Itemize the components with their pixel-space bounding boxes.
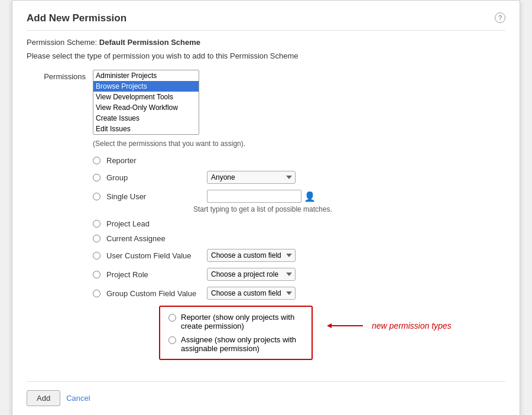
project-lead-radio-row: Project Lead [93,219,505,228]
group-custom-field-radio[interactable] [93,290,100,297]
project-role-radio[interactable] [93,271,100,278]
add-permission-dialog: Add New Permission ? Permission Scheme: … [12,0,520,415]
user-custom-field-radio[interactable] [93,252,100,260]
permissions-select[interactable]: Administer Projects Browse Projects View… [93,70,199,135]
add-button[interactable]: Add [27,390,60,406]
dialog-header: Add New Permission ? [27,12,505,31]
reporter-show-radio[interactable] [168,314,176,322]
permissions-row: Permissions Administer Projects Browse P… [27,70,505,135]
group-label: Group [106,173,201,182]
annotation-text: new permission types [372,321,452,330]
group-radio[interactable] [93,174,100,181]
reporter-show-label: Reporter (show only projects with create… [181,313,303,330]
cancel-button[interactable]: Cancel [66,394,90,403]
project-role-row: Project Role Choose a project role [93,268,505,281]
help-icon[interactable]: ? [495,12,505,23]
permission-option-edit[interactable]: Edit Issues [93,124,199,134]
permission-option-create[interactable]: Create Issues [93,113,199,124]
new-permissions-box: Reporter (show only projects with create… [159,306,313,360]
group-radio-row: Group Anyone Administrators Developers U… [93,171,505,184]
permissions-label: Permissions [27,70,86,81]
permission-option-browse[interactable]: Browse Projects [93,81,199,92]
select-hint: (Select the permissions that you want to… [93,140,505,148]
current-assignee-label: Current Assignee [106,234,166,243]
annotation-arrow-icon [325,320,366,332]
svg-marker-1 [327,323,332,328]
reporter-label: Reporter [106,156,137,165]
reporter-radio[interactable] [93,157,100,164]
single-user-radio[interactable] [93,193,100,200]
permission-option-readonly[interactable]: View Read-Only Workflow [93,102,199,113]
scheme-line: Permission Scheme: Default Permission Sc… [27,38,505,47]
group-dropdown[interactable]: Anyone Administrators Developers Users [207,171,296,184]
group-custom-field-dropdown[interactable]: Choose a custom field [207,287,296,300]
current-assignee-radio-row: Current Assignee [93,234,505,243]
assignee-show-label: Assignee (show only projects with assign… [181,335,303,353]
annotation-area: new permission types [325,320,452,332]
project-lead-label: Project Lead [106,219,150,228]
project-role-dropdown[interactable]: Choose a project role [207,268,296,281]
permission-option-schedule[interactable]: Schedule Issues [93,134,199,135]
scheme-name: Default Permission Scheme [99,38,200,47]
user-custom-field-label: User Custom Field Value [106,251,201,260]
permission-option-administer[interactable]: Administer Projects [93,70,199,81]
user-custom-field-row: User Custom Field Value Choose a custom … [93,249,505,262]
assignee-show-radio[interactable] [168,336,176,344]
instruction: Please select the type of permission you… [27,51,505,60]
group-custom-field-row: Group Custom Field Value Choose a custom… [93,287,505,300]
assignee-show-row: Assignee (show only projects with assign… [168,335,303,353]
reporter-show-row: Reporter (show only projects with create… [168,313,303,330]
footer-buttons: Add Cancel [27,381,505,406]
new-permissions-section: Reporter (show only projects with create… [93,306,505,367]
reporter-radio-row: Reporter [93,156,505,165]
permission-option-devtools[interactable]: View Development Tools [93,92,199,102]
single-user-label: Single User [106,192,201,201]
user-select-icon[interactable]: 👤 [304,191,316,202]
single-user-hint: Start typing to get a list of possible m… [193,205,332,213]
single-user-input[interactable] [207,190,301,203]
project-lead-radio[interactable] [93,220,100,228]
user-custom-field-dropdown[interactable]: Choose a custom field [207,249,296,262]
dialog-title: Add New Permission [27,12,126,24]
project-role-label: Project Role [106,270,201,279]
current-assignee-radio[interactable] [93,235,100,242]
scheme-prefix: Permission Scheme: [27,38,99,47]
single-user-radio-row: Single User 👤 Start typing to get a list… [93,190,505,213]
group-custom-field-label: Group Custom Field Value [106,289,201,298]
